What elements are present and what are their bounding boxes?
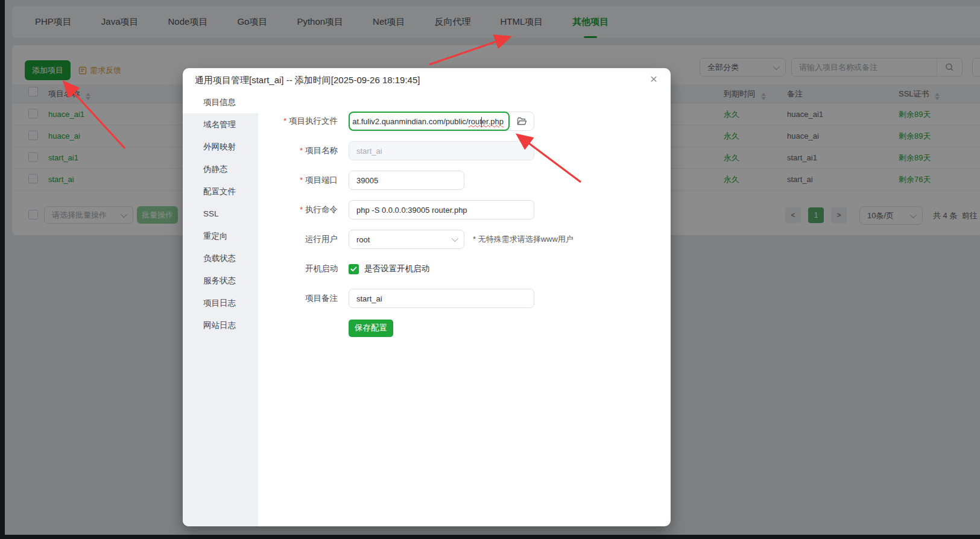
- folder-browse-button[interactable]: [510, 112, 534, 130]
- modal-side-menu: 项目信息域名管理外网映射伪静态配置文件SSL重定向负载状态服务状态项目日志网站日…: [183, 91, 258, 526]
- modal-menu-item-3[interactable]: 伪静态: [183, 158, 258, 180]
- run-user-label: 运行用户: [258, 234, 349, 245]
- run-user-select[interactable]: root: [349, 230, 464, 249]
- exec-file-input[interactable]: at.fuliv2.quanmindian.com/public/router.…: [349, 112, 510, 131]
- modal-title: 通用项目管理[start_ai] -- 添加时间[2025-09-26 18:1…: [195, 68, 420, 91]
- modal-menu-item-9[interactable]: 项目日志: [183, 292, 258, 314]
- modal-menu-item-4[interactable]: 配置文件: [183, 180, 258, 203]
- project-name-label: 项目名称: [258, 145, 349, 156]
- modal-menu-item-5[interactable]: SSL: [183, 203, 258, 225]
- form-row-exec-file: 项目执行文件 at.fuliv2.quanmindian.com/public/…: [258, 112, 671, 131]
- form-row-project-name: 项目名称: [258, 141, 671, 160]
- exec-file-value-tail: router.php: [468, 117, 504, 126]
- folder-icon: [517, 117, 527, 126]
- exec-file-value-head: at.fuliv2.quanmindian.com/public/: [352, 117, 468, 126]
- exec-file-group: at.fuliv2.quanmindian.com/public/router.…: [349, 112, 534, 131]
- modal-menu-item-1[interactable]: 域名管理: [183, 113, 258, 136]
- close-icon[interactable]: ×: [646, 72, 661, 86]
- project-name-input: [349, 141, 534, 160]
- run-user-hint: * 无特殊需求请选择www用户: [473, 234, 574, 245]
- modal-menu-item-2[interactable]: 外网映射: [183, 136, 258, 158]
- form-row-autostart: 开机启动 是否设置开机启动: [258, 259, 671, 279]
- port-input[interactable]: [349, 171, 464, 190]
- project-form: 项目执行文件 at.fuliv2.quanmindian.com/public/…: [258, 91, 671, 526]
- page: PHP项目Java项目Node项目Go项目Python项目Net项目反向代理HT…: [0, 0, 980, 539]
- autostart-checkbox[interactable]: [349, 264, 359, 274]
- text-cursor: [481, 117, 482, 127]
- form-row-command: 执行命令: [258, 200, 671, 219]
- project-manage-modal: 通用项目管理[start_ai] -- 添加时间[2025-09-26 18:1…: [183, 68, 671, 526]
- exec-file-label: 项目执行文件: [258, 116, 349, 127]
- form-row-note: 项目备注: [258, 289, 671, 308]
- form-row-run-user: 运行用户 root * 无特殊需求请选择www用户: [258, 230, 671, 249]
- note-label: 项目备注: [258, 293, 349, 304]
- modal-menu-item-10[interactable]: 网站日志: [183, 314, 258, 336]
- form-row-save: 保存配置: [258, 318, 671, 338]
- form-row-port: 项目端口: [258, 171, 671, 190]
- modal-menu-item-0[interactable]: 项目信息: [183, 91, 258, 113]
- chevron-down-icon: [452, 235, 458, 242]
- modal-menu-item-8[interactable]: 服务状态: [183, 270, 258, 292]
- save-config-button[interactable]: 保存配置: [349, 320, 393, 337]
- command-input[interactable]: [349, 200, 534, 219]
- modal-menu-item-6[interactable]: 重定向: [183, 225, 258, 247]
- autostart-label: 开机启动: [258, 263, 349, 274]
- port-label: 项目端口: [258, 175, 349, 186]
- run-user-value: root: [356, 235, 370, 244]
- check-icon: [350, 266, 357, 272]
- autostart-checkbox-label: 是否设置开机启动: [364, 263, 429, 274]
- note-input[interactable]: [349, 289, 534, 308]
- command-label: 执行命令: [258, 204, 349, 215]
- modal-menu-item-7[interactable]: 负载状态: [183, 247, 258, 270]
